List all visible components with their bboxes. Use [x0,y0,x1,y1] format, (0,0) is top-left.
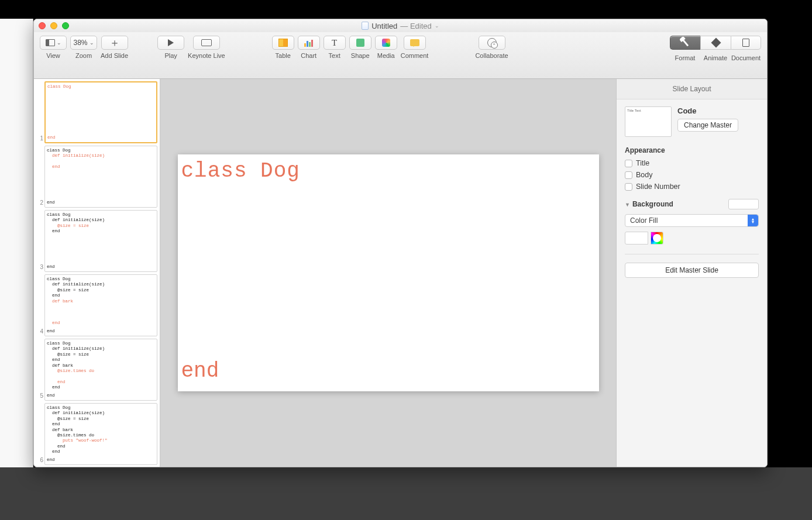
slide-thumbnail[interactable]: 4class Dog def initialize(size) @size = … [36,274,157,336]
bottom-dock-blackout [0,467,812,520]
slide-thumbnail-content: class Dog def initialize(size) @size = s… [44,339,157,401]
slide-text-line-1[interactable]: class Dog [181,159,300,183]
toolbar: ⌄ View 38%⌄ Zoom ＋ Add Slide Play Keynot… [34,32,767,79]
body-checkbox[interactable] [625,171,632,179]
slide-number-label: 6 [36,457,43,465]
slide-canvas-area[interactable]: class Dog end [160,79,616,467]
slide-thumbnail-content: class Dog def initialize(size) @size = s… [44,274,157,336]
slide-thumbnail-content: class Dog def initialize(size) end end [44,146,157,208]
master-thumbnail[interactable]: Title Text [625,106,672,137]
slide-canvas[interactable]: class Dog end [178,154,599,391]
slide-number-checkbox[interactable] [625,183,632,191]
appearance-heading: Appearance [625,146,759,154]
animate-tab[interactable] [700,36,731,50]
text-label: Text [329,52,340,59]
fill-type-select[interactable]: Color Fill ▲▼ [625,214,759,227]
slide-thumbnail-content: class Dogend [44,81,157,143]
slide-thumbnail[interactable]: 3class Dog def initialize(size) @size = … [36,210,157,272]
slide-number-label: 3 [36,264,43,272]
keynote-live-label: Keynote Live [188,52,225,59]
add-slide-button[interactable]: ＋ [101,36,128,50]
slide-number-label: 5 [36,392,43,401]
select-stepper-icon: ▲▼ [748,215,758,226]
slide-text-line-2[interactable]: end [181,359,219,383]
inspector-panel: Slide Layout Title Text Code Change Mast… [616,79,767,467]
slide-number-checkbox-label: Slide Number [636,182,680,191]
background-swatch[interactable] [728,199,759,209]
comment-label: Comment [401,52,429,59]
app-window: Untitled — Edited ⌄ ⌄ View 38%⌄ Zoom ＋ A… [33,19,768,467]
media-button[interactable] [375,36,397,50]
shape-button[interactable] [349,36,371,50]
comment-button[interactable] [404,36,426,50]
slide-thumbnail-content: class Dog def initialize(size) @size = s… [44,403,157,465]
fill-type-value: Color Fill [630,216,658,225]
left-sidebar-extra [0,19,33,467]
document-proxy-icon[interactable] [362,22,369,30]
keynote-live-button[interactable] [193,36,220,50]
title-checkbox-label: Title [636,159,649,167]
color-well[interactable] [625,232,648,244]
collaborate-label: Collaborate [475,52,508,59]
document-tab[interactable] [731,36,761,50]
background-heading: Background [632,200,673,208]
document-title[interactable]: Untitled [371,22,397,30]
menu-bar-blackout [0,0,812,19]
slide-thumbnail[interactable]: 2class Dog def initialize(size) end end [36,146,157,208]
minimize-icon[interactable] [50,22,57,29]
fullscreen-icon[interactable] [62,22,69,29]
add-slide-label: Add Slide [101,52,128,59]
format-tab[interactable] [670,36,700,50]
titlebar[interactable]: Untitled — Edited ⌄ [34,19,767,32]
shape-label: Shape [351,52,370,59]
view-label: View [46,52,60,59]
disclosure-triangle-icon[interactable]: ▼ [625,202,630,208]
slide-thumbnail[interactable]: 6class Dog def initialize(size) @size = … [36,403,157,465]
table-button[interactable] [272,36,294,50]
slide-number-label: 4 [36,328,43,336]
document-label: Document [731,54,761,61]
format-label: Format [670,54,700,61]
chevron-down-icon[interactable]: ⌄ [435,23,439,29]
slide-navigator[interactable]: 1class Dogend2class Dog def initialize(s… [34,79,160,467]
zoom-selector[interactable]: 38%⌄ [70,36,97,50]
master-name: Code [677,106,759,115]
document-subtitle: — Edited [400,22,431,30]
change-master-button[interactable]: Change Master [677,119,738,132]
chart-button[interactable] [298,36,320,50]
play-button[interactable] [157,36,184,50]
table-label: Table [276,52,291,59]
inspector-header: Slide Layout [617,79,767,99]
slide-thumbnail-content: class Dog def initialize(size) @size = s… [44,210,157,272]
chart-label: Chart [301,52,316,59]
slide-number-label: 2 [36,199,43,208]
color-picker-icon[interactable] [651,232,663,244]
slide-thumbnail[interactable]: 1class Dogend [36,81,157,143]
close-icon[interactable] [39,22,46,29]
body-checkbox-label: Body [636,171,653,179]
slide-thumbnail[interactable]: 5class Dog def initialize(size) @size = … [36,339,157,401]
text-button[interactable]: T [324,36,346,50]
zoom-label: Zoom [75,52,92,59]
title-checkbox[interactable] [625,160,632,167]
collaborate-button[interactable] [479,36,505,50]
animate-label: Animate [700,54,731,61]
view-button[interactable]: ⌄ [40,36,67,50]
play-label: Play [164,52,177,59]
media-label: Media [377,52,395,59]
divider [625,254,759,254]
slide-number-label: 1 [36,135,43,143]
edit-master-slide-button[interactable]: Edit Master Slide [625,263,759,278]
